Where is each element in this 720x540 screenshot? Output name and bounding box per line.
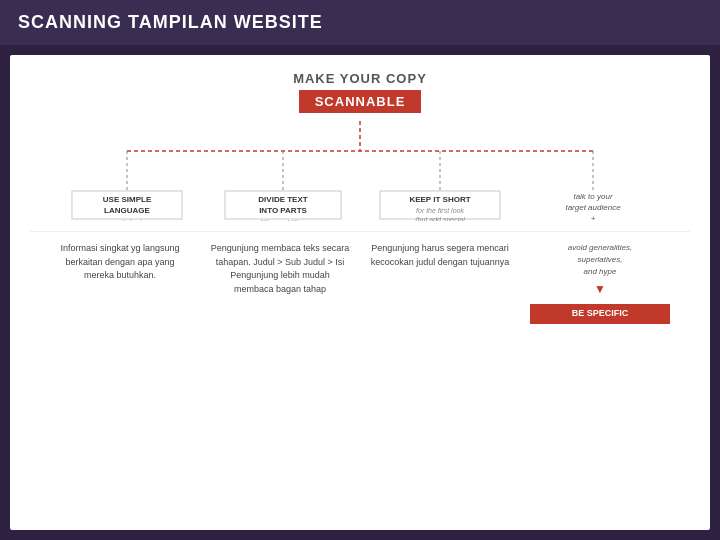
svg-text:INTO PARTS: INTO PARTS	[259, 206, 307, 215]
svg-text:target audience: target audience	[565, 203, 621, 212]
scannable-badge: SCANNABLE	[299, 90, 422, 113]
be-specific-badge: BE SPECIFIC	[530, 304, 671, 324]
page-container: SCANNING TAMPILAN WEBSITE MAKE YOUR COPY…	[0, 0, 720, 540]
svg-text:DIVIDE TEXT: DIVIDE TEXT	[258, 195, 307, 204]
diagram-svg-container: USE SIMPLE LANGUAGE and short DIVIDE TEX…	[30, 121, 690, 221]
svg-text:KEEP IT SHORT: KEEP IT SHORT	[409, 195, 470, 204]
desc-col-2: Pengunjung membaca teks secara tahapan. …	[210, 242, 351, 296]
header: SCANNING TAMPILAN WEBSITE	[0, 0, 720, 45]
top-label: MAKE YOUR COPY	[293, 71, 427, 86]
desc-col-3: Pengunjung harus segera mencari kecocoka…	[370, 242, 511, 269]
svg-text:and short: and short	[112, 219, 142, 221]
desc-text-3: Pengunjung harus segera mencari kecocoka…	[371, 243, 510, 267]
desc-text-1: Informasi singkat yg langsung berkaitan …	[60, 243, 179, 280]
avoid-generalities-text: avoid generalities,superlatives,and hype	[530, 242, 671, 278]
page-title: SCANNING TAMPILAN WEBSITE	[18, 12, 323, 33]
desc-col-1: Informasi singkat yg langsung berkaitan …	[50, 242, 191, 283]
svg-text:USE SIMPLE: USE SIMPLE	[103, 195, 152, 204]
main-content: MAKE YOUR COPY SCANNABLE USE SIMPLE	[10, 55, 710, 530]
svg-text:(titles, subtitles,: (titles, subtitles,	[259, 219, 307, 221]
desc-text-2: Pengunjung membaca teks secara tahapan. …	[211, 243, 350, 294]
arrow-icon: ▼	[530, 280, 671, 298]
svg-text:+: +	[591, 214, 596, 221]
svg-text:(but add special: (but add special	[415, 216, 465, 221]
svg-text:LANGUAGE: LANGUAGE	[104, 206, 150, 215]
text-descriptions: Informasi singkat yg langsung berkaitan …	[30, 231, 690, 324]
svg-text:talk to your: talk to your	[573, 192, 612, 201]
svg-text:for the first look: for the first look	[416, 207, 464, 214]
desc-col-4: avoid generalities,superlatives,and hype…	[530, 242, 671, 324]
diagram-area: MAKE YOUR COPY SCANNABLE USE SIMPLE	[30, 71, 690, 514]
